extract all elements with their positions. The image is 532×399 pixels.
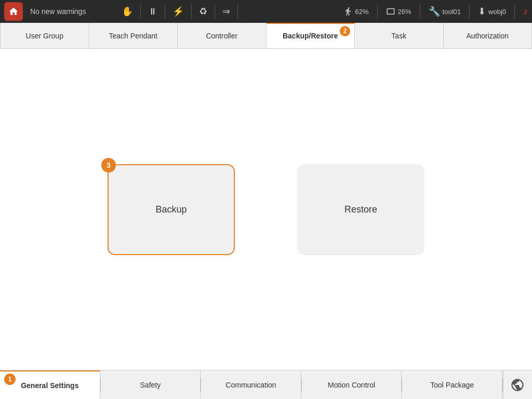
tab-backup-restore-badge: 2 (340, 26, 350, 36)
backup-card-label: Backup (155, 204, 187, 215)
hand-icon[interactable]: ✋ (122, 6, 133, 17)
speed-stat: 62% (343, 7, 369, 16)
bottombar: 1 General Settings Safety Communication … (0, 370, 532, 399)
tool-value: tool01 (443, 8, 461, 16)
divider (237, 4, 238, 19)
backup-card[interactable]: 3 Backup (108, 164, 235, 255)
tool-stat: 🔧 tool01 (429, 6, 461, 17)
divider (420, 4, 420, 19)
bottom-tab-tool-package[interactable]: Tool Package (402, 370, 502, 399)
backup-card-badge: 3 (101, 158, 116, 172)
speed-value: 62% (355, 8, 369, 16)
wobj-value: wobj0 (488, 8, 506, 16)
cpu-value: 26% (398, 8, 411, 16)
pause-icon[interactable]: ⏸ (148, 6, 157, 17)
divider (469, 4, 470, 19)
tool-package-label: Tool Package (430, 381, 474, 389)
bottom-tab-communication[interactable]: Communication (201, 370, 301, 399)
tab-task[interactable]: Task (355, 23, 444, 48)
music-icon-stat: ♪ (523, 6, 528, 17)
globe-button[interactable] (503, 370, 532, 399)
divider (140, 4, 141, 19)
tab-teach-pendant[interactable]: Teach Pendant (89, 23, 178, 48)
tab-user-group[interactable]: User Group (0, 23, 89, 48)
restore-card-label: Restore (344, 204, 377, 215)
divider (514, 4, 515, 19)
tab-controller[interactable]: Controller (178, 23, 267, 48)
bottom-tab-safety[interactable]: Safety (101, 370, 201, 399)
divider (215, 4, 215, 19)
communication-label: Communication (225, 381, 276, 389)
tabbar: User Group Teach Pendant Controller 2 Ba… (0, 23, 532, 49)
arrow-icon[interactable]: ⇒ (222, 6, 230, 17)
divider (191, 4, 192, 19)
wobj-stat: ⬇ wobj0 (478, 6, 506, 17)
motion-control-label: Motion Control (328, 381, 375, 389)
general-settings-label: General Settings (21, 381, 78, 390)
restore-card[interactable]: Restore (297, 164, 424, 255)
divider (377, 4, 378, 19)
topbar-right: 62% 26% 🔧 tool01 ⬇ wobj0 ♪ (343, 4, 528, 19)
main-content: 3 Backup Restore (0, 49, 532, 370)
cpu-stat: 26% (386, 7, 411, 16)
warnings-label: No new warnings (30, 7, 113, 16)
safety-label: Safety (140, 381, 161, 389)
topbar-icons: ✋ ⏸ ⚡ ♻ ⇒ (122, 4, 238, 19)
lightning-icon[interactable]: ⚡ (172, 6, 184, 17)
cycle-icon[interactable]: ♻ (199, 6, 207, 17)
tab-backup-restore[interactable]: 2 Backup/Restore (267, 23, 355, 48)
home-button[interactable] (4, 2, 23, 21)
bottom-tab-general-settings[interactable]: 1 General Settings (0, 370, 100, 399)
topbar: No new warnings ✋ ⏸ ⚡ ♻ ⇒ 62% 26% 🔧 tool… (0, 0, 532, 23)
general-settings-badge: 1 (4, 374, 16, 385)
tab-authorization[interactable]: Authorization (444, 23, 533, 48)
divider (165, 4, 165, 19)
bottom-tab-motion-control[interactable]: Motion Control (302, 370, 402, 399)
